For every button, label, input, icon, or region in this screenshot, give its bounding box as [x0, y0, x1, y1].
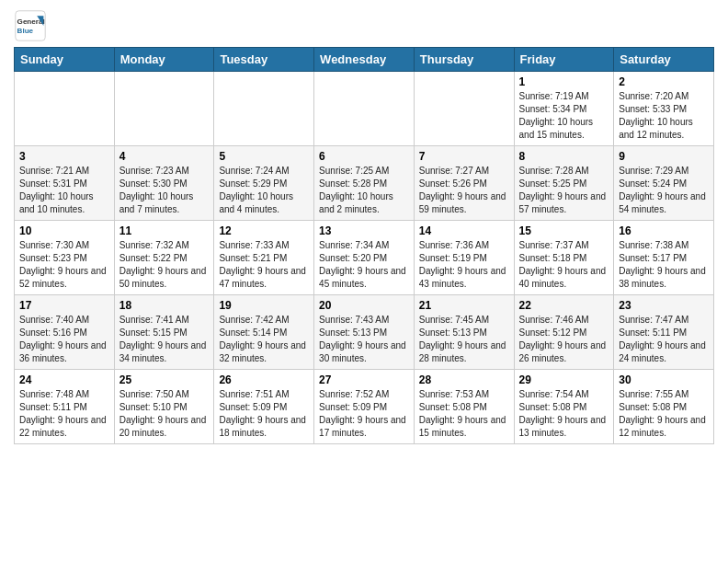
day-info-29: Sunrise: 7:54 AMSunset: 5:08 PMDaylight:… — [519, 388, 609, 440]
day-number-8: 8 — [519, 150, 609, 163]
day-number-11: 11 — [119, 224, 210, 237]
day-number-15: 15 — [519, 224, 609, 237]
day-info-19: Sunrise: 7:42 AMSunset: 5:14 PMDaylight:… — [219, 314, 309, 365]
day-info-17: Sunrise: 7:40 AMSunset: 5:16 PMDaylight:… — [19, 314, 109, 365]
day-info-5: Sunrise: 7:24 AMSunset: 5:29 PMDaylight:… — [219, 165, 309, 216]
day-number-22: 22 — [519, 299, 609, 312]
empty-cell — [15, 72, 115, 146]
weekday-header-sunday: Sunday — [15, 48, 115, 72]
day-cell-12: 12Sunrise: 7:33 AMSunset: 5:21 PMDayligh… — [214, 221, 314, 295]
logo: General Blue — [14, 9, 51, 42]
day-cell-5: 5Sunrise: 7:24 AMSunset: 5:29 PMDaylight… — [214, 146, 314, 221]
weekday-header-wednesday: Wednesday — [314, 48, 415, 72]
day-number-7: 7 — [419, 150, 509, 163]
day-info-10: Sunrise: 7:30 AMSunset: 5:23 PMDaylight:… — [19, 239, 109, 291]
day-number-26: 26 — [219, 373, 309, 386]
day-cell-18: 18Sunrise: 7:41 AMSunset: 5:15 PMDayligh… — [114, 295, 214, 370]
weekday-header-tuesday: Tuesday — [214, 48, 314, 72]
day-number-2: 2 — [619, 75, 709, 88]
day-cell-30: 30Sunrise: 7:55 AMSunset: 5:08 PMDayligh… — [614, 370, 714, 444]
day-cell-28: 28Sunrise: 7:53 AMSunset: 5:08 PMDayligh… — [414, 370, 514, 444]
day-number-24: 24 — [19, 373, 109, 386]
weekday-header-thursday: Thursday — [414, 48, 514, 72]
day-cell-16: 16Sunrise: 7:38 AMSunset: 5:17 PMDayligh… — [614, 221, 714, 295]
week-row-4: 24Sunrise: 7:48 AMSunset: 5:11 PMDayligh… — [15, 370, 714, 444]
page-container: General Blue SundayMondayTuesdayWednesda… — [0, 0, 728, 449]
day-cell-6: 6Sunrise: 7:25 AMSunset: 5:28 PMDaylight… — [314, 146, 415, 221]
empty-cell — [414, 72, 514, 146]
weekday-header-saturday: Saturday — [614, 48, 714, 72]
day-number-30: 30 — [619, 373, 709, 386]
weekday-header-friday: Friday — [514, 48, 614, 72]
day-cell-4: 4Sunrise: 7:23 AMSunset: 5:30 PMDaylight… — [114, 146, 214, 221]
empty-cell — [114, 72, 214, 146]
day-number-6: 6 — [319, 150, 409, 163]
logo-icon: General Blue — [14, 9, 47, 42]
day-cell-22: 22Sunrise: 7:46 AMSunset: 5:12 PMDayligh… — [514, 295, 614, 370]
day-cell-25: 25Sunrise: 7:50 AMSunset: 5:10 PMDayligh… — [114, 370, 214, 444]
calendar-table: SundayMondayTuesdayWednesdayThursdayFrid… — [14, 47, 714, 444]
day-info-25: Sunrise: 7:50 AMSunset: 5:10 PMDaylight:… — [119, 388, 210, 440]
day-number-29: 29 — [519, 373, 609, 386]
day-cell-11: 11Sunrise: 7:32 AMSunset: 5:22 PMDayligh… — [114, 221, 214, 295]
day-info-26: Sunrise: 7:51 AMSunset: 5:09 PMDaylight:… — [219, 388, 309, 440]
svg-text:Blue: Blue — [17, 27, 34, 35]
day-info-9: Sunrise: 7:29 AMSunset: 5:24 PMDaylight:… — [619, 165, 709, 216]
day-number-10: 10 — [19, 224, 109, 237]
day-number-3: 3 — [19, 150, 109, 163]
day-info-20: Sunrise: 7:43 AMSunset: 5:13 PMDaylight:… — [319, 314, 409, 365]
day-info-30: Sunrise: 7:55 AMSunset: 5:08 PMDaylight:… — [619, 388, 709, 440]
week-row-2: 10Sunrise: 7:30 AMSunset: 5:23 PMDayligh… — [15, 221, 714, 295]
day-info-15: Sunrise: 7:37 AMSunset: 5:18 PMDaylight:… — [519, 239, 609, 291]
header-row: General Blue — [14, 9, 714, 42]
day-info-8: Sunrise: 7:28 AMSunset: 5:25 PMDaylight:… — [519, 165, 609, 216]
week-row-1: 3Sunrise: 7:21 AMSunset: 5:31 PMDaylight… — [15, 146, 714, 221]
day-info-12: Sunrise: 7:33 AMSunset: 5:21 PMDaylight:… — [219, 239, 309, 291]
day-info-21: Sunrise: 7:45 AMSunset: 5:13 PMDaylight:… — [419, 314, 509, 365]
day-info-2: Sunrise: 7:20 AMSunset: 5:33 PMDaylight:… — [619, 90, 709, 142]
day-number-27: 27 — [319, 373, 409, 386]
day-cell-1: 1Sunrise: 7:19 AMSunset: 5:34 PMDaylight… — [514, 72, 614, 146]
day-number-5: 5 — [219, 150, 309, 163]
day-cell-24: 24Sunrise: 7:48 AMSunset: 5:11 PMDayligh… — [15, 370, 115, 444]
day-number-1: 1 — [519, 75, 609, 88]
day-cell-15: 15Sunrise: 7:37 AMSunset: 5:18 PMDayligh… — [514, 221, 614, 295]
day-number-20: 20 — [319, 299, 409, 312]
day-number-9: 9 — [619, 150, 709, 163]
day-info-28: Sunrise: 7:53 AMSunset: 5:08 PMDaylight:… — [419, 388, 509, 440]
day-cell-23: 23Sunrise: 7:47 AMSunset: 5:11 PMDayligh… — [614, 295, 714, 370]
week-row-3: 17Sunrise: 7:40 AMSunset: 5:16 PMDayligh… — [15, 295, 714, 370]
day-cell-26: 26Sunrise: 7:51 AMSunset: 5:09 PMDayligh… — [214, 370, 314, 444]
day-number-21: 21 — [419, 299, 509, 312]
day-info-22: Sunrise: 7:46 AMSunset: 5:12 PMDaylight:… — [519, 314, 609, 365]
day-info-14: Sunrise: 7:36 AMSunset: 5:19 PMDaylight:… — [419, 239, 509, 291]
week-row-0: 1Sunrise: 7:19 AMSunset: 5:34 PMDaylight… — [15, 72, 714, 146]
empty-cell — [214, 72, 314, 146]
day-number-14: 14 — [419, 224, 509, 237]
day-number-23: 23 — [619, 299, 709, 312]
day-info-18: Sunrise: 7:41 AMSunset: 5:15 PMDaylight:… — [119, 314, 210, 365]
day-cell-8: 8Sunrise: 7:28 AMSunset: 5:25 PMDaylight… — [514, 146, 614, 221]
day-cell-17: 17Sunrise: 7:40 AMSunset: 5:16 PMDayligh… — [15, 295, 115, 370]
day-cell-27: 27Sunrise: 7:52 AMSunset: 5:09 PMDayligh… — [314, 370, 415, 444]
day-info-7: Sunrise: 7:27 AMSunset: 5:26 PMDaylight:… — [419, 165, 509, 216]
day-number-4: 4 — [119, 150, 210, 163]
day-info-23: Sunrise: 7:47 AMSunset: 5:11 PMDaylight:… — [619, 314, 709, 365]
day-cell-3: 3Sunrise: 7:21 AMSunset: 5:31 PMDaylight… — [15, 146, 115, 221]
day-number-28: 28 — [419, 373, 509, 386]
day-info-13: Sunrise: 7:34 AMSunset: 5:20 PMDaylight:… — [319, 239, 409, 291]
empty-cell — [314, 72, 415, 146]
weekday-header-row: SundayMondayTuesdayWednesdayThursdayFrid… — [15, 48, 714, 72]
weekday-header-monday: Monday — [114, 48, 214, 72]
day-cell-10: 10Sunrise: 7:30 AMSunset: 5:23 PMDayligh… — [15, 221, 115, 295]
day-cell-14: 14Sunrise: 7:36 AMSunset: 5:19 PMDayligh… — [414, 221, 514, 295]
day-info-6: Sunrise: 7:25 AMSunset: 5:28 PMDaylight:… — [319, 165, 409, 216]
day-cell-7: 7Sunrise: 7:27 AMSunset: 5:26 PMDaylight… — [414, 146, 514, 221]
day-number-17: 17 — [19, 299, 109, 312]
day-cell-21: 21Sunrise: 7:45 AMSunset: 5:13 PMDayligh… — [414, 295, 514, 370]
day-number-12: 12 — [219, 224, 309, 237]
day-number-16: 16 — [619, 224, 709, 237]
day-number-25: 25 — [119, 373, 210, 386]
day-info-1: Sunrise: 7:19 AMSunset: 5:34 PMDaylight:… — [519, 90, 609, 142]
day-info-3: Sunrise: 7:21 AMSunset: 5:31 PMDaylight:… — [19, 165, 109, 216]
